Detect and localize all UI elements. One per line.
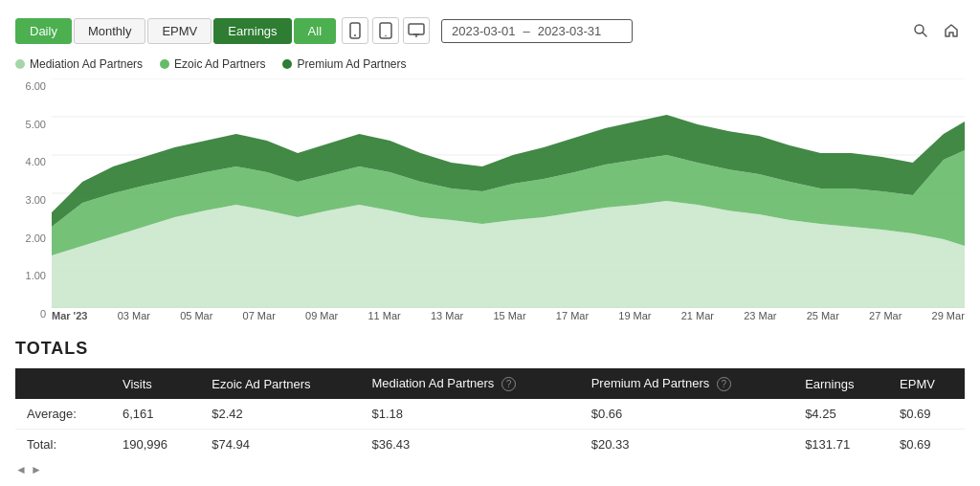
x-label-3: 07 Mar bbox=[243, 310, 276, 321]
svg-point-1 bbox=[354, 34, 356, 36]
svg-line-8 bbox=[923, 33, 926, 36]
x-label-11: 23 Mar bbox=[744, 310, 776, 321]
x-label-10: 21 Mar bbox=[681, 310, 714, 321]
row-average-visits: 6,161 bbox=[111, 399, 200, 430]
totals-title: TOTALS bbox=[15, 339, 965, 359]
y-label-6: 6.00 bbox=[15, 80, 46, 92]
col-header-premium: Premium Ad Partners ? bbox=[580, 368, 793, 399]
daily-button[interactable]: Daily bbox=[15, 18, 72, 44]
row-average-label: Average: bbox=[15, 399, 111, 430]
y-label-5: 5.00 bbox=[15, 119, 46, 130]
row-average-epmv: $0.69 bbox=[888, 399, 965, 430]
row-average-earnings: $4.25 bbox=[793, 399, 888, 430]
premium-help-icon[interactable]: ? bbox=[717, 377, 731, 391]
toolbar: Daily Monthly EPMV Earnings All 2023-03-… bbox=[15, 10, 965, 54]
y-label-3: 3.00 bbox=[15, 194, 46, 206]
table-row-average: Average: 6,161 $2.42 $1.18 $0.66 $4.25 $… bbox=[15, 399, 965, 430]
earnings-button[interactable]: Earnings bbox=[213, 18, 291, 44]
chart-wrapper: 6.00 5.00 4.00 3.00 2.00 1.00 0 bbox=[15, 78, 965, 321]
col-header-label bbox=[15, 368, 111, 399]
all-button[interactable]: All bbox=[294, 18, 336, 44]
legend-dot-ezoic bbox=[160, 59, 169, 69]
legend-dot-mediation bbox=[15, 59, 25, 69]
date-separator: – bbox=[523, 24, 530, 38]
x-label-8: 17 Mar bbox=[556, 310, 589, 321]
row-total-mediation: $36.43 bbox=[360, 430, 579, 460]
date-range-picker[interactable]: 2023-03-01 – 2023-03-31 bbox=[441, 19, 633, 43]
desktop-filter-button[interactable] bbox=[403, 17, 430, 44]
chart-svg bbox=[52, 78, 965, 308]
svg-point-3 bbox=[385, 35, 387, 37]
svg-rect-4 bbox=[409, 24, 424, 34]
row-total-visits: 190,996 bbox=[111, 430, 200, 460]
y-label-1: 1.00 bbox=[15, 270, 46, 281]
x-label-4: 09 Mar bbox=[305, 310, 338, 321]
y-axis: 6.00 5.00 4.00 3.00 2.00 1.00 0 bbox=[15, 78, 52, 321]
x-label-12: 25 Mar bbox=[807, 310, 839, 321]
x-label-13: 27 Mar bbox=[869, 310, 902, 321]
legend-label-ezoic: Ezoic Ad Partners bbox=[174, 57, 265, 71]
epmv-button[interactable]: EPMV bbox=[147, 18, 212, 44]
x-axis-labels: Mar '23 03 Mar 05 Mar 07 Mar 09 Mar 11 M… bbox=[52, 308, 965, 321]
row-average-ezoic: $2.42 bbox=[200, 399, 360, 430]
row-average-premium: $0.66 bbox=[580, 399, 793, 430]
x-label-7: 15 Mar bbox=[493, 310, 525, 321]
row-total-premium: $20.33 bbox=[580, 430, 793, 460]
scroll-right-arrow[interactable]: ► bbox=[31, 463, 42, 476]
toolbar-right-icons bbox=[907, 17, 965, 44]
legend-item-mediation: Mediation Ad Partners bbox=[15, 57, 143, 71]
mobile-filter-button[interactable] bbox=[342, 17, 368, 44]
totals-table: Visits Ezoic Ad Partners Mediation Ad Pa… bbox=[15, 368, 965, 459]
time-btn-group: Daily Monthly EPMV Earnings All bbox=[15, 18, 336, 44]
monthly-button[interactable]: Monthly bbox=[74, 18, 146, 44]
totals-section: TOTALS Visits Ezoic Ad Partners Mediatio… bbox=[15, 339, 965, 476]
home-icon-button[interactable] bbox=[938, 17, 965, 44]
date-end: 2023-03-31 bbox=[538, 24, 602, 38]
col-header-ezoic: Ezoic Ad Partners bbox=[200, 368, 360, 399]
device-filter-group bbox=[342, 17, 430, 44]
col-header-earnings: Earnings bbox=[793, 368, 888, 399]
chart-legend: Mediation Ad Partners Ezoic Ad Partners … bbox=[15, 54, 965, 78]
mediation-help-icon[interactable]: ? bbox=[501, 377, 516, 391]
legend-dot-premium bbox=[282, 59, 292, 69]
legend-label-premium: Premium Ad Partners bbox=[297, 57, 406, 71]
row-total-label: Total: bbox=[15, 430, 111, 460]
chart-area: Mar '23 03 Mar 05 Mar 07 Mar 09 Mar 11 M… bbox=[52, 78, 965, 321]
x-label-6: 13 Mar bbox=[431, 310, 463, 321]
col-header-mediation: Mediation Ad Partners ? bbox=[360, 368, 579, 399]
scroll-left-arrow[interactable]: ◄ bbox=[15, 463, 27, 476]
search-icon-button[interactable] bbox=[907, 17, 934, 44]
row-average-mediation: $1.18 bbox=[360, 399, 579, 430]
tablet-filter-button[interactable] bbox=[372, 17, 399, 44]
y-label-4: 4.00 bbox=[15, 156, 46, 167]
row-total-epmv: $0.69 bbox=[888, 430, 965, 460]
x-label-0: Mar '23 bbox=[52, 310, 87, 321]
x-label-5: 11 Mar bbox=[368, 310, 400, 321]
date-start: 2023-03-01 bbox=[452, 24, 516, 38]
row-total-ezoic: $74.94 bbox=[200, 430, 360, 460]
table-row-total: Total: 190,996 $74.94 $36.43 $20.33 $131… bbox=[15, 430, 965, 460]
legend-item-ezoic: Ezoic Ad Partners bbox=[160, 57, 265, 71]
x-label-1: 03 Mar bbox=[118, 310, 150, 321]
col-header-epmv: EPMV bbox=[888, 368, 965, 399]
y-label-2: 2.00 bbox=[15, 232, 46, 244]
x-label-2: 05 Mar bbox=[180, 310, 212, 321]
legend-label-mediation: Mediation Ad Partners bbox=[30, 57, 143, 71]
legend-item-premium: Premium Ad Partners bbox=[282, 57, 406, 71]
col-header-visits: Visits bbox=[111, 368, 200, 399]
x-label-14: 29 Mar bbox=[932, 310, 965, 321]
x-label-9: 19 Mar bbox=[618, 310, 651, 321]
y-label-0: 0 bbox=[15, 308, 46, 320]
row-total-earnings: $131.71 bbox=[793, 430, 888, 460]
table-header-row: Visits Ezoic Ad Partners Mediation Ad Pa… bbox=[15, 368, 965, 399]
scroll-hint: ◄ ► bbox=[15, 463, 965, 476]
